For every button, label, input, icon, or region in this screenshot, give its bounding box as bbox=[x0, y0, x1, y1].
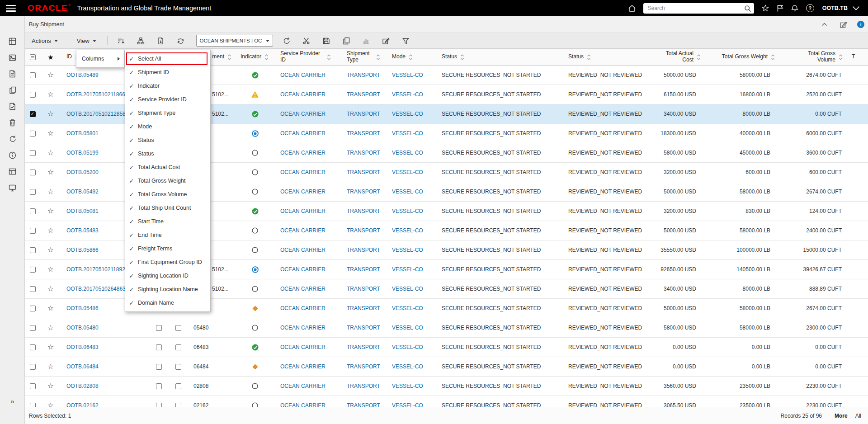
sort-icon[interactable] bbox=[264, 54, 269, 61]
columns-menu-item-shipment-id[interactable]: ✓Shipment ID bbox=[125, 66, 210, 79]
cell-service-provider-link[interactable]: OCEAN CARRIER bbox=[280, 344, 326, 350]
cell-shipment-type-link[interactable]: TRANSPORT bbox=[347, 208, 380, 214]
columns-menu-item-end-time[interactable]: ✓End Time bbox=[125, 228, 210, 242]
row-flag2-checkbox[interactable] bbox=[175, 403, 181, 407]
cell-service-provider-link[interactable]: OCEAN CARRIER bbox=[280, 150, 326, 156]
shipment-id-link[interactable]: OOTB.20170510264863 bbox=[66, 286, 126, 292]
cell-shipment-type-link[interactable]: TRANSPORT bbox=[347, 402, 380, 407]
cell-service-provider-link[interactable]: OCEAN CARRIER bbox=[280, 111, 326, 117]
edit-page-icon[interactable] bbox=[838, 19, 848, 29]
image-icon[interactable] bbox=[0, 49, 25, 66]
sort-icon[interactable] bbox=[587, 54, 591, 61]
columns-menu-item-total-gross-volume[interactable]: ✓Total Gross Volume bbox=[125, 188, 210, 201]
star-icon[interactable]: ☆ bbox=[47, 91, 54, 98]
shipment-id-link[interactable]: OOTB.20170510211866 bbox=[66, 91, 125, 98]
star-icon[interactable]: ☆ bbox=[47, 285, 54, 292]
copy-icon[interactable] bbox=[340, 34, 353, 47]
column-header-status2[interactable]: Status bbox=[563, 49, 651, 65]
cell-service-provider-link[interactable]: OCEAN CARRIER bbox=[280, 247, 326, 253]
row-checkbox[interactable] bbox=[30, 403, 36, 407]
cell-shipment-type-link[interactable]: TRANSPORT bbox=[347, 227, 380, 234]
cell-mode-link[interactable]: VESSEL-CO bbox=[392, 208, 423, 214]
shipment-id-link[interactable]: OOTB.20170510211892 bbox=[66, 266, 125, 273]
cell-shipment-type-link[interactable]: TRANSPORT bbox=[347, 383, 380, 389]
columns-menu-item-service-provider-id[interactable]: ✓Service Provider ID bbox=[125, 93, 210, 106]
column-header-weight[interactable]: Total Gross Weight bbox=[704, 49, 778, 65]
row-flag2-checkbox[interactable] bbox=[175, 364, 181, 370]
column-header-indicator[interactable]: Indicator bbox=[235, 49, 275, 65]
sort-icon[interactable] bbox=[227, 54, 231, 61]
cell-mode-link[interactable]: VESSEL-CO bbox=[392, 247, 423, 253]
sort-columns-icon[interactable] bbox=[114, 34, 128, 47]
columns-menu-item-select-all[interactable]: ✓Select All bbox=[125, 52, 210, 66]
columns-menu-item-mode[interactable]: ✓Mode bbox=[125, 120, 210, 133]
columns-menu-item-total-gross-weight[interactable]: ✓Total Gross Weight bbox=[125, 174, 210, 188]
export-document-icon[interactable] bbox=[154, 34, 168, 47]
cell-shipment-type-link[interactable]: TRANSPORT bbox=[347, 188, 380, 195]
cell-shipment-type-link[interactable]: TRANSPORT bbox=[347, 305, 380, 311]
help-icon[interactable] bbox=[806, 4, 814, 12]
star-icon[interactable]: ☆ bbox=[47, 344, 54, 351]
chart-icon[interactable] bbox=[359, 34, 373, 47]
row-checkbox[interactable] bbox=[30, 228, 36, 234]
column-header-mode[interactable]: Mode bbox=[387, 49, 436, 65]
star-icon[interactable]: ☆ bbox=[47, 266, 54, 273]
cell-shipment-type-link[interactable]: TRANSPORT bbox=[347, 325, 380, 331]
columns-menu-item-start-time[interactable]: ✓Start Time bbox=[125, 215, 210, 228]
home-icon[interactable] bbox=[628, 5, 636, 12]
shipment-id-link[interactable]: OOTB.05480 bbox=[66, 325, 99, 331]
cell-mode-link[interactable]: VESSEL-CO bbox=[392, 363, 423, 370]
row-checkbox[interactable] bbox=[30, 247, 36, 253]
sort-icon[interactable] bbox=[839, 54, 843, 61]
cell-mode-link[interactable]: VESSEL-CO bbox=[392, 130, 423, 137]
hamburger-menu-icon[interactable] bbox=[6, 5, 16, 12]
cell-service-provider-link[interactable]: OCEAN CARRIER bbox=[280, 266, 326, 273]
cell-shipment-type-link[interactable]: TRANSPORT bbox=[347, 72, 380, 78]
notifications-bell-icon[interactable] bbox=[791, 5, 798, 12]
collapse-chevron-icon[interactable] bbox=[819, 19, 829, 29]
edit-icon[interactable] bbox=[379, 34, 393, 47]
refresh-icon[interactable] bbox=[280, 34, 293, 47]
column-header-service_provider[interactable]: Service Provider ID bbox=[275, 49, 341, 65]
sort-icon[interactable] bbox=[771, 54, 775, 61]
filter-icon[interactable] bbox=[399, 34, 413, 47]
table-row-OOTB.02808[interactable]: ☆OOTB.0280802808OCEAN CARRIERTRANSPORTVE… bbox=[25, 377, 868, 396]
star-icon[interactable]: ☆ bbox=[47, 363, 54, 370]
cell-service-provider-link[interactable]: OCEAN CARRIER bbox=[280, 72, 326, 78]
shipment-id-link[interactable]: OOTB.05483 bbox=[66, 227, 99, 234]
table-icon[interactable] bbox=[0, 163, 25, 179]
row-flag2-checkbox[interactable] bbox=[175, 344, 181, 350]
cell-service-provider-link[interactable]: OCEAN CARRIER bbox=[280, 383, 326, 389]
cell-shipment-type-link[interactable]: TRANSPORT bbox=[347, 169, 380, 175]
column-header-shipment_type[interactable]: Shipment Type bbox=[341, 49, 387, 65]
columns-menu-item-domain-name[interactable]: ✓Domain Name bbox=[125, 296, 210, 310]
actions-button[interactable]: Actions bbox=[27, 35, 62, 47]
row-flag1-checkbox[interactable] bbox=[156, 383, 162, 389]
star-icon[interactable]: ☆ bbox=[47, 207, 54, 215]
scissors-icon[interactable] bbox=[300, 34, 313, 47]
columns-menu-item-sighting-location-id[interactable]: ✓Sighting Location ID bbox=[125, 269, 210, 283]
cell-mode-link[interactable]: VESSEL-CO bbox=[392, 111, 423, 117]
cell-service-provider-link[interactable]: OCEAN CARRIER bbox=[280, 363, 326, 370]
copy-icon[interactable] bbox=[0, 82, 25, 98]
column-header-status1[interactable]: Status bbox=[436, 49, 563, 65]
shipment-id-link[interactable]: OOTB.02162 bbox=[66, 402, 99, 407]
cell-service-provider-link[interactable]: OCEAN CARRIER bbox=[280, 325, 326, 331]
trash-icon[interactable] bbox=[0, 114, 25, 131]
shipment-id-link[interactable]: OOTB.06484 bbox=[66, 363, 99, 370]
user-menu[interactable]: OOTB.TB bbox=[822, 5, 848, 11]
row-flag1-checkbox[interactable] bbox=[156, 364, 162, 370]
cell-shipment-type-link[interactable]: TRANSPORT bbox=[347, 286, 380, 292]
columns-menu-item-indicator[interactable]: ✓Indicator bbox=[125, 79, 210, 93]
columns-menu-item-freight-terms[interactable]: ✓Freight Terms bbox=[125, 242, 210, 255]
star-icon[interactable]: ☆ bbox=[47, 246, 54, 254]
info-circle-icon[interactable] bbox=[0, 147, 25, 163]
all-link[interactable]: All bbox=[855, 413, 861, 419]
workbench-icon[interactable] bbox=[0, 33, 25, 49]
cell-service-provider-link[interactable]: OCEAN CARRIER bbox=[280, 286, 326, 292]
table-row-OOTB.05480[interactable]: ☆OOTB.0548005480OCEAN CARRIERTRANSPORTVE… bbox=[25, 318, 868, 338]
cell-service-provider-link[interactable]: OCEAN CARRIER bbox=[280, 227, 326, 234]
row-flag1-checkbox[interactable] bbox=[156, 403, 162, 407]
select-all-checkbox[interactable] bbox=[30, 54, 36, 60]
shipment-id-link[interactable]: OOTB.05486 bbox=[66, 305, 99, 311]
